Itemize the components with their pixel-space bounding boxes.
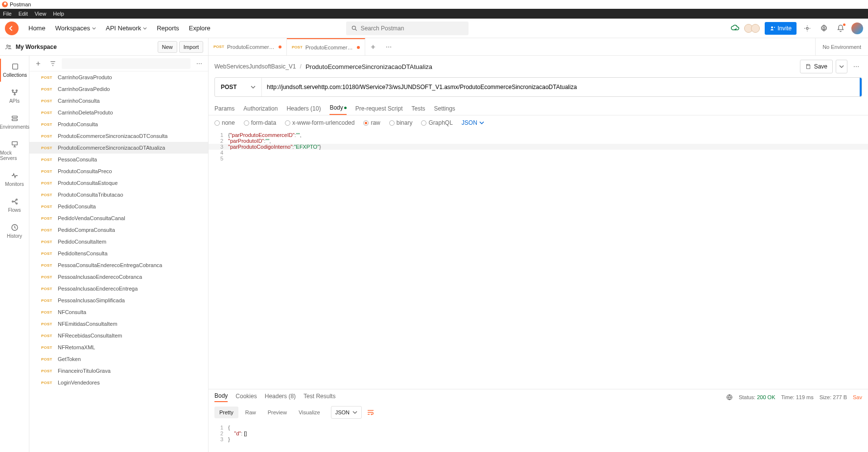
response-format-select[interactable]: JSON [331,406,362,419]
send-button[interactable] [860,78,862,96]
tree-search-input[interactable] [62,58,190,69]
rail-mock-servers[interactable]: Mock Servers [0,136,29,165]
menu-edit[interactable]: Edit [19,11,28,17]
body-format-select[interactable]: JSON [462,119,484,126]
tree-item[interactable]: POSTProdutoEcommerceSincronizacaoDTAtual… [29,142,208,154]
rail-history[interactable]: History [0,220,29,243]
req-tab-params[interactable]: Params [214,105,235,115]
tree-item[interactable]: POSTPedidoVendaConsultaCanal [29,212,208,224]
tree-item[interactable]: POSTCarrinhoDeletaProduto [29,107,208,118]
request-more-icon[interactable] [850,61,862,72]
global-search-input[interactable] [361,25,464,32]
settings-icon[interactable] [818,23,830,34]
invite-button[interactable]: Invite [765,22,797,35]
team-avatars[interactable] [746,24,760,33]
url-input[interactable] [262,78,860,96]
response-body-editor[interactable]: 1{ 2 "d": [] 3} [209,423,868,452]
tree-item[interactable]: POSTCarrinhoConsulta [29,95,208,107]
body-type-none[interactable]: none [214,119,235,126]
nav-reports[interactable]: Reports [157,24,179,32]
req-tab-body[interactable]: Body [329,104,346,115]
global-search[interactable] [346,22,469,35]
tree-item[interactable]: POSTPessoaConsultaEnderecoEntregaCobranc… [29,259,208,271]
tree-item[interactable]: POSTPedidoConsultaItem [29,236,208,248]
tree-item[interactable]: POSTPessoaConsulta [29,154,208,165]
body-type-graphql[interactable]: GraphQL [421,119,452,126]
tree-item[interactable]: POSTFinanceiroTituloGrava [29,365,208,377]
nav-explore[interactable]: Explore [189,24,211,32]
tree-item[interactable]: POSTNFEmitidasConsultaItem [29,318,208,330]
mode-pretty[interactable]: Pretty [214,407,238,418]
tree-item[interactable]: POSTProdutoConsultaTributacao [29,189,208,201]
tree-item[interactable]: POSTNFConsulta [29,306,208,318]
tree-item[interactable]: POSTNFRecebidasConsultaItem [29,330,208,341]
filter-icon[interactable] [47,58,59,69]
tree-item[interactable]: POSTPedidoItensConsulta [29,248,208,259]
add-collection-icon[interactable] [32,58,44,69]
tree-item[interactable]: POSTPessoaInclusaoSimplificada [29,294,208,306]
tree-item[interactable]: POSTPedidoCompraConsulta [29,224,208,236]
body-type-binary[interactable]: binary [389,119,413,126]
tree-item[interactable]: POSTProdutoConsultaPreco [29,165,208,177]
resp-tab-body[interactable]: Body [214,392,228,402]
tree-item[interactable]: POSTProdutoConsulta [29,118,208,130]
tree-item[interactable]: POSTPessoaInclusaoEnderecoCobranca [29,271,208,283]
mode-raw[interactable]: Raw [240,407,261,418]
network-icon[interactable] [726,394,733,401]
capture-icon[interactable] [801,23,813,34]
nav-home[interactable]: Home [28,24,46,32]
resp-tab-tests[interactable]: Test Results [304,393,335,402]
menu-help[interactable]: Help [53,11,64,17]
rail-environments[interactable]: Environments [0,111,29,134]
req-tab-prerequest[interactable]: Pre-request Script [355,105,403,115]
rail-collections[interactable]: Collections [0,59,29,82]
resp-tab-headers[interactable]: Headers (8) [265,393,296,402]
request-tab[interactable]: POSTProdutoEcommerceSi [287,38,365,55]
req-tab-authorization[interactable]: Authorization [243,105,278,115]
tab-more-icon[interactable] [381,38,397,55]
req-tab-tests[interactable]: Tests [411,105,425,115]
save-button[interactable]: Save [800,60,833,73]
request-tab[interactable]: POSTProdutoEcommerceSi [209,38,287,55]
mode-visualize[interactable]: Visualize [294,407,325,418]
wrap-lines-icon[interactable] [367,408,375,416]
save-response-link[interactable]: Sav [853,394,862,400]
save-dropdown-button[interactable] [836,60,847,73]
tree-item[interactable]: POSTLoginVendedores [29,377,208,388]
body-type-urlencoded[interactable]: x-www-form-urlencoded [285,119,354,126]
tree-item[interactable]: POSTPessoaInclusaoEnderecoEntrega [29,283,208,294]
new-button[interactable]: New [158,41,177,53]
sync-icon[interactable] [729,23,741,34]
body-type-raw[interactable]: raw [363,119,380,126]
req-tab-headers[interactable]: Headers (10) [286,105,321,115]
method-select[interactable]: POST [215,78,262,96]
postman-logo-icon[interactable] [5,22,19,35]
upgrade-badge-icon[interactable] [851,23,863,34]
menu-file[interactable]: File [3,11,12,17]
tab-add-icon[interactable] [365,38,381,55]
resp-tab-cookies[interactable]: Cookies [235,393,257,402]
request-body-editor[interactable]: 1{"parProdutoEcommerceID":"", 2"parProdu… [209,130,868,389]
tree-item[interactable]: POSTPedidoConsulta [29,201,208,212]
mode-preview[interactable]: Preview [263,407,292,418]
body-type-formdata[interactable]: form-data [244,119,276,126]
tree-item[interactable]: POSTProdutoConsultaEstoque [29,177,208,189]
rail-flows[interactable]: Flows [0,194,29,217]
rail-monitors[interactable]: Monitors [0,168,29,191]
tree-item[interactable]: POSTNFRetornaXML [29,341,208,353]
breadcrumb-parent[interactable]: WebServicesJundsoftBasic_V1 [214,63,296,70]
tree-item[interactable]: POSTCarrinhoGravaPedido [29,83,208,95]
tree-more-icon[interactable] [193,58,205,69]
menu-view[interactable]: View [35,11,47,17]
rail-apis[interactable]: APIs [0,85,29,108]
environment-selector[interactable]: No Environment [815,38,868,55]
notifications-icon[interactable] [835,23,846,34]
tree-item[interactable]: POSTProdutoEcommerceSincronizacaoDTConsu… [29,130,208,142]
workspace-name[interactable]: My Workspace [16,44,57,50]
tree-item[interactable]: POSTCarrinhoGravaProduto [29,71,208,83]
import-button[interactable]: Import [179,41,203,53]
tree-item[interactable]: POSTGetToken [29,353,208,365]
req-tab-settings[interactable]: Settings [434,105,455,115]
nav-workspaces[interactable]: Workspaces [55,24,96,32]
nav-api-network[interactable]: API Network [106,24,147,32]
